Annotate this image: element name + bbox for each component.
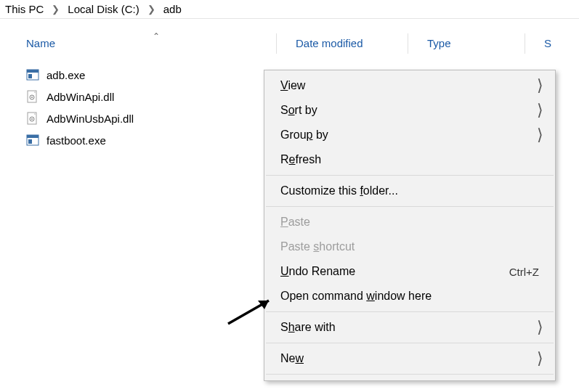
menu-item-paste-shortcut: Paste shortcut <box>264 234 555 259</box>
menu-item-open-command-window[interactable]: Open command window here <box>264 284 555 309</box>
chevron-right-icon: ⟩ <box>537 78 543 94</box>
file-name: AdbWinApi.dll <box>46 91 114 103</box>
sort-caret-icon: ⌃ <box>153 31 160 41</box>
file-name: AdbWinUsbApi.dll <box>46 113 134 125</box>
file-name: fastboot.exe <box>46 134 106 147</box>
dll-file-icon <box>26 90 39 103</box>
menu-item-view[interactable]: View ⟩ <box>264 73 555 98</box>
breadcrumb[interactable]: This PC ❯ Local Disk (C:) ❯ adb <box>0 0 579 19</box>
exe-file-icon <box>26 134 39 147</box>
svg-rect-10 <box>27 135 39 138</box>
file-name: adb.exe <box>46 69 85 81</box>
menu-item-share[interactable]: Share with ⟩ <box>264 315 555 340</box>
column-header-size[interactable]: S <box>525 37 551 49</box>
chevron-right-icon: ⟩ <box>537 351 543 367</box>
menu-label: Paste shortcut <box>280 240 539 253</box>
chevron-right-icon: ⟩ <box>537 102 543 118</box>
menu-label: Open command window here <box>280 290 539 303</box>
exe-file-icon <box>26 68 39 81</box>
menu-label: New <box>280 352 539 365</box>
menu-label: Share with <box>280 321 539 334</box>
menu-item-new[interactable]: New ⟩ <box>264 346 555 371</box>
svg-rect-11 <box>28 139 32 144</box>
menu-label: Sort by <box>280 104 539 117</box>
menu-separator <box>266 175 554 176</box>
menu-separator <box>266 374 554 375</box>
menu-label: Paste <box>280 216 539 229</box>
chevron-right-icon: ❯ <box>142 4 161 15</box>
menu-separator <box>266 311 554 312</box>
column-label: Type <box>427 37 451 49</box>
column-header-date[interactable]: Date modified <box>277 37 408 49</box>
menu-label: Group by <box>280 128 539 142</box>
context-menu: View ⟩ Sort by ⟩ Group by ⟩ Refresh Cust… <box>264 70 556 381</box>
menu-item-paste: Paste <box>264 210 555 234</box>
menu-separator <box>266 343 554 343</box>
column-headers: Name ⌃ Date modified Type S <box>0 19 579 60</box>
breadcrumb-item[interactable]: adb <box>161 3 184 15</box>
column-header-type[interactable]: Type <box>408 37 525 49</box>
menu-separator <box>266 206 554 207</box>
breadcrumb-item[interactable]: This PC <box>3 3 46 15</box>
svg-rect-2 <box>28 74 32 78</box>
menu-item-group[interactable]: Group by ⟩ <box>264 123 555 147</box>
column-label: S <box>544 37 551 49</box>
svg-point-8 <box>31 118 33 120</box>
menu-shortcut: Ctrl+Z <box>509 266 539 278</box>
menu-label: View <box>280 79 539 92</box>
svg-rect-1 <box>27 70 39 73</box>
column-label: Name <box>26 37 55 49</box>
menu-item-customize[interactable]: Customize this folder... <box>264 179 555 203</box>
breadcrumb-item[interactable]: Local Disk (C:) <box>65 3 141 15</box>
menu-label: Undo Rename <box>280 265 509 278</box>
chevron-right-icon: ❯ <box>46 4 65 15</box>
menu-item-refresh[interactable]: Refresh <box>264 147 555 172</box>
svg-point-5 <box>31 97 33 98</box>
svg-line-12 <box>228 301 269 324</box>
column-label: Date modified <box>296 37 363 49</box>
menu-label: Refresh <box>280 153 539 166</box>
column-header-name[interactable]: Name ⌃ <box>0 37 276 49</box>
dll-file-icon <box>26 112 39 125</box>
chevron-right-icon: ⟩ <box>537 127 543 143</box>
menu-item-sort[interactable]: Sort by ⟩ <box>264 98 555 123</box>
menu-item-undo[interactable]: Undo Rename Ctrl+Z <box>264 259 555 284</box>
chevron-right-icon: ⟩ <box>537 319 543 335</box>
menu-label: Customize this folder... <box>280 184 539 197</box>
